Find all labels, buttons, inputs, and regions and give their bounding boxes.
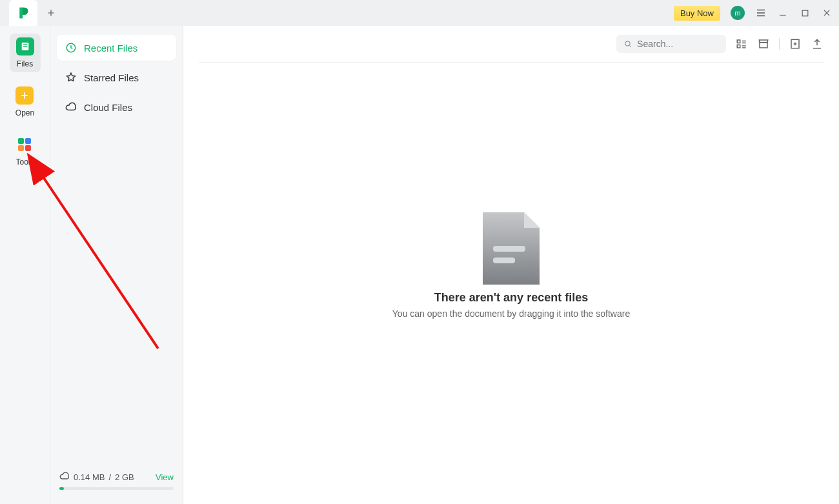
sidebar-label-starred: Starred Files bbox=[84, 72, 139, 83]
hamburger-icon bbox=[755, 7, 767, 19]
close-button[interactable] bbox=[821, 7, 833, 19]
svg-rect-0 bbox=[20, 8, 23, 19]
new-tab-button[interactable] bbox=[41, 8, 61, 17]
buy-now-button[interactable]: Buy Now bbox=[674, 6, 720, 21]
svg-rect-8 bbox=[25, 145, 31, 151]
titlebar: Buy Now m bbox=[0, 0, 839, 26]
menu-button[interactable] bbox=[755, 7, 767, 19]
svg-rect-14 bbox=[493, 246, 525, 252]
storage-status: 0.14 MB / 2 GB View bbox=[57, 466, 176, 498]
svg-rect-7 bbox=[18, 145, 24, 151]
rail-item-files[interactable]: Files bbox=[10, 34, 41, 72]
sidebar-label-recent: Recent Files bbox=[84, 43, 137, 54]
maximize-icon bbox=[801, 9, 809, 17]
rail-item-open[interactable]: Open bbox=[9, 83, 41, 121]
clock-icon bbox=[65, 41, 77, 54]
sidebar-label-cloud: Cloud Files bbox=[84, 102, 132, 113]
main-content: There aren't any recent files You can op… bbox=[183, 26, 839, 504]
maximize-button[interactable] bbox=[799, 7, 811, 19]
star-icon bbox=[65, 71, 77, 84]
rail-label-open: Open bbox=[15, 108, 34, 117]
cloud-small-icon bbox=[59, 471, 70, 483]
app-logo-icon bbox=[16, 6, 30, 20]
app-logo-tab[interactable] bbox=[9, 0, 37, 26]
storage-view-link[interactable]: View bbox=[156, 472, 174, 482]
empty-subtitle: You can open the document by dragging it… bbox=[392, 308, 630, 319]
sidebar-item-cloud[interactable]: Cloud Files bbox=[57, 94, 176, 120]
rail-label-tools: Tools bbox=[15, 157, 34, 166]
sidebar: Recent Files Starred Files Cloud Files 0… bbox=[50, 26, 183, 504]
svg-rect-11 bbox=[737, 40, 740, 43]
storage-sep: / bbox=[108, 472, 111, 482]
close-icon bbox=[822, 8, 831, 17]
empty-state: There aren't any recent files You can op… bbox=[183, 43, 839, 485]
rail-label-files: Files bbox=[17, 59, 33, 68]
plus-icon bbox=[46, 8, 56, 17]
svg-rect-1 bbox=[802, 10, 808, 16]
svg-rect-6 bbox=[25, 138, 31, 144]
rail-item-tools[interactable]: Tools bbox=[9, 132, 40, 170]
storage-bar bbox=[59, 487, 174, 490]
sidebar-item-recent[interactable]: Recent Files bbox=[57, 35, 176, 61]
nav-rail: Files Open Tools bbox=[0, 26, 50, 504]
minimize-icon bbox=[778, 8, 787, 17]
sidebar-item-starred[interactable]: Starred Files bbox=[57, 65, 176, 90]
storage-used: 0.14 MB bbox=[74, 472, 105, 482]
user-avatar[interactable]: m bbox=[731, 6, 745, 20]
files-icon bbox=[16, 37, 34, 55]
svg-rect-4 bbox=[23, 46, 27, 46]
empty-title: There aren't any recent files bbox=[434, 291, 588, 305]
tools-icon bbox=[15, 136, 34, 154]
svg-rect-3 bbox=[23, 45, 27, 45]
storage-total: 2 GB bbox=[115, 472, 134, 482]
storage-fill bbox=[59, 487, 64, 490]
open-icon bbox=[15, 86, 34, 105]
empty-doc-icon bbox=[479, 210, 543, 287]
svg-rect-15 bbox=[493, 257, 515, 263]
svg-rect-5 bbox=[18, 138, 24, 144]
cloud-icon bbox=[65, 101, 77, 114]
minimize-button[interactable] bbox=[777, 7, 789, 19]
